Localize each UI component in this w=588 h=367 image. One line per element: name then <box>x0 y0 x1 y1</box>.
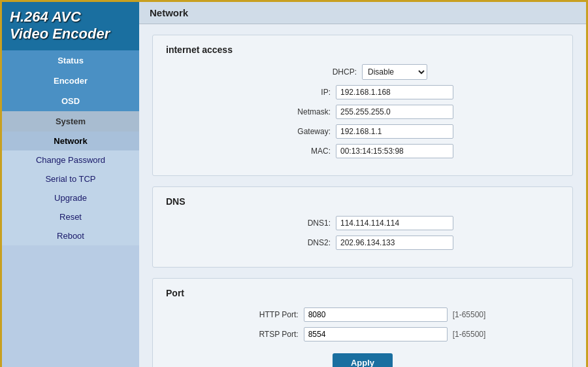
app-title-line1: H.264 AVC <box>10 9 131 26</box>
dns1-label: DNS1: <box>272 218 331 228</box>
netmask-input[interactable] <box>336 105 453 119</box>
sidebar-item-serial-to-tcp[interactable]: Serial to TCP <box>2 169 139 188</box>
content-area: internet access DHCP: Disable Enable IP:… <box>139 24 586 367</box>
sidebar-item-change-password[interactable]: Change Password <box>2 150 139 169</box>
gateway-input[interactable] <box>336 124 453 139</box>
gateway-row: Gateway: <box>166 124 559 139</box>
sidebar-item-encoder[interactable]: Encoder <box>2 71 139 91</box>
app-title-line2: Video Encoder <box>10 26 131 43</box>
dns-section: DNS DNS1: DNS2: <box>152 186 573 268</box>
mac-row: MAC: <box>166 144 559 158</box>
sidebar-item-reset[interactable]: Reset <box>2 207 139 226</box>
rtsp-port-input[interactable] <box>304 327 448 341</box>
dns2-label: DNS2: <box>272 238 331 247</box>
sidebar: H.264 AVC Video Encoder Status Encoder O… <box>2 2 139 367</box>
http-port-range: [1-65500] <box>453 310 486 319</box>
sidebar-header: H.264 AVC Video Encoder <box>2 2 139 50</box>
sidebar-item-reboot[interactable]: Reboot <box>2 226 139 245</box>
gateway-label: Gateway: <box>272 127 331 136</box>
dns1-input[interactable] <box>336 216 453 230</box>
dns2-row: DNS2: <box>166 236 559 250</box>
ip-label: IP: <box>272 88 331 97</box>
http-port-label: HTTP Port: <box>240 310 299 319</box>
netmask-row: Netmask: <box>166 105 559 119</box>
http-port-row: HTTP Port: [1-65500] <box>166 307 559 322</box>
apply-button-row: Apply <box>166 347 559 367</box>
rtsp-port-range: [1-65500] <box>453 330 486 339</box>
sidebar-item-upgrade[interactable]: Upgrade <box>2 188 139 207</box>
mac-input[interactable] <box>336 144 453 158</box>
ip-row: IP: <box>166 85 559 99</box>
internet-access-section: internet access DHCP: Disable Enable IP:… <box>152 35 573 176</box>
ip-input[interactable] <box>336 85 453 99</box>
rtsp-port-label: RTSP Port: <box>240 330 299 339</box>
dhcp-row: DHCP: Disable Enable <box>166 64 559 80</box>
sidebar-item-osd[interactable]: OSD <box>2 91 139 111</box>
port-title: Port <box>166 288 559 298</box>
main-content: Network internet access DHCP: Disable En… <box>139 2 586 367</box>
sidebar-item-status[interactable]: Status <box>2 50 139 71</box>
netmask-label: Netmask: <box>272 107 331 116</box>
dns2-input[interactable] <box>336 236 453 250</box>
page-title: Network <box>139 2 586 24</box>
http-port-input[interactable] <box>304 307 448 322</box>
apply-button[interactable]: Apply <box>333 353 393 367</box>
dhcp-select[interactable]: Disable Enable <box>362 64 427 80</box>
internet-access-title: internet access <box>166 44 559 55</box>
port-section: Port HTTP Port: [1-65500] RTSP Port: [1-… <box>152 278 573 367</box>
dhcp-label: DHCP: <box>298 67 357 77</box>
sidebar-item-network[interactable]: Network <box>2 131 139 150</box>
dns-title: DNS <box>166 196 559 207</box>
mac-label: MAC: <box>272 147 331 156</box>
rtsp-port-row: RTSP Port: [1-65500] <box>166 327 559 341</box>
dns1-row: DNS1: <box>166 216 559 230</box>
sidebar-item-system: System <box>2 111 139 131</box>
